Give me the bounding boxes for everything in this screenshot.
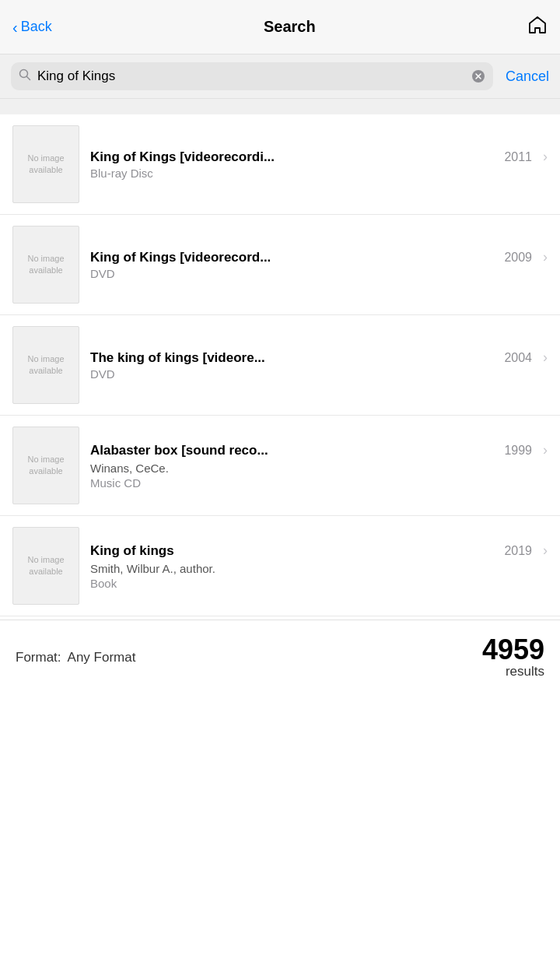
search-input[interactable] [37, 68, 465, 84]
result-content: King of Kings [videorecord... 2009 › DVD [90, 249, 548, 280]
page-title: Search [264, 18, 316, 36]
cancel-button[interactable]: Cancel [501, 68, 549, 85]
format-filter[interactable]: Format: Any Format [16, 650, 135, 665]
back-button[interactable]: ‹ Back [12, 19, 52, 35]
result-format: DVD [90, 367, 548, 381]
result-year: 2011 [504, 150, 532, 164]
result-thumbnail: No imageavailable [12, 125, 79, 203]
home-icon[interactable] [527, 15, 548, 40]
format-label: Format: [16, 650, 61, 665]
result-title: King of Kings [videorecord... [90, 250, 498, 265]
chevron-right-icon: › [543, 349, 548, 366]
chevron-left-icon: ‹ [12, 19, 18, 35]
result-format: Book [90, 577, 548, 590]
search-icon [19, 68, 31, 84]
search-bar: Cancel [0, 54, 560, 99]
result-year: 1999 [504, 444, 532, 458]
result-content: King of Kings [videorecordi... 2011 › Bl… [90, 149, 548, 180]
results-count: 4959 [482, 636, 544, 664]
svg-line-1 [27, 77, 30, 80]
result-title: Alabaster box [sound reco... [90, 443, 498, 458]
chevron-right-icon: › [543, 249, 548, 265]
chevron-right-icon: › [543, 442, 548, 458]
result-thumbnail: No imageavailable [12, 326, 79, 404]
result-title: King of Kings [videorecordi... [90, 149, 498, 165]
result-thumbnail: No imageavailable [12, 226, 79, 304]
search-input-wrapper [11, 62, 493, 90]
clear-search-button[interactable] [471, 69, 485, 83]
result-title: The king of kings [videore... [90, 350, 498, 366]
list-item[interactable]: No imageavailable King of Kings [videore… [0, 215, 560, 315]
chevron-right-icon: › [543, 542, 548, 559]
header: ‹ Back Search [0, 0, 560, 54]
result-content: Alabaster box [sound reco... 1999 › Wina… [90, 442, 548, 490]
result-author: Smith, Wilbur A., author. [90, 562, 548, 575]
format-value: Any Format [68, 650, 136, 665]
back-label: Back [21, 19, 52, 35]
result-thumbnail: No imageavailable [12, 527, 79, 605]
results-label: results [482, 664, 544, 679]
result-format: DVD [90, 267, 548, 280]
list-item[interactable]: No imageavailable The king of kings [vid… [0, 315, 560, 416]
footer: Format: Any Format 4959 results [0, 620, 560, 695]
result-format: Music CD [90, 476, 548, 490]
result-author: Winans, CeCe. [90, 462, 548, 475]
result-year: 2009 [504, 251, 532, 265]
result-year: 2019 [504, 544, 532, 558]
result-format: Blu-ray Disc [90, 167, 548, 180]
list-item[interactable]: No imageavailable King of kings 2019 › S… [0, 516, 560, 616]
result-year: 2004 [504, 351, 532, 365]
results-count-area: 4959 results [482, 636, 544, 679]
list-item[interactable]: No imageavailable Alabaster box [sound r… [0, 416, 560, 516]
chevron-right-icon: › [543, 149, 548, 165]
result-content: King of kings 2019 › Smith, Wilbur A., a… [90, 542, 548, 590]
result-thumbnail: No imageavailable [12, 427, 79, 504]
result-title: King of kings [90, 543, 498, 559]
results-list: No imageavailable King of Kings [videore… [0, 114, 560, 616]
list-item[interactable]: No imageavailable King of Kings [videore… [0, 114, 560, 215]
result-content: The king of kings [videore... 2004 › DVD [90, 349, 548, 381]
search-divider [0, 99, 560, 114]
